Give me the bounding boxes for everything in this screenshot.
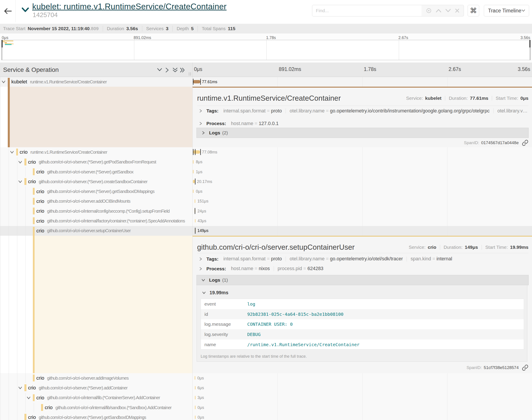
- span-id-link-button[interactable]: [522, 364, 529, 371]
- span-service-name: crio: [36, 198, 44, 204]
- span-duration-bar[interactable]: [193, 180, 195, 183]
- tags-row[interactable]: Tags:internal.span.format = protootel.li…: [198, 107, 529, 115]
- log-field-row: name/runtime.v1.RuntimeService/CreateCon…: [201, 340, 524, 350]
- span-log-marker[interactable]: [195, 149, 196, 155]
- trace-view-dropdown-label: Trace Timeline: [488, 8, 521, 14]
- span-row[interactable]: criogithub.com/cri-o/cri-o/internal/lib/…: [0, 403, 532, 412]
- minimap-canvas[interactable]: [1, 40, 531, 60]
- span-duration-bar[interactable]: [195, 386, 196, 390]
- indent-guide: [9, 206, 9, 216]
- span-row[interactable]: criogithub.com/cri-o/cri-o/server.setupC…: [0, 226, 532, 236]
- span-log-marker[interactable]: [193, 149, 194, 155]
- span-duration-bar[interactable]: [193, 80, 200, 84]
- span-children-toggle[interactable]: [18, 160, 23, 165]
- span-row[interactable]: criogithub.com/cri-o/cri-o/internal/fact…: [0, 216, 532, 226]
- span-duration-label: 77.08ms: [202, 147, 217, 157]
- span-row[interactable]: criogithub.com/cri-o/cri-o/internal/lib.…: [0, 393, 532, 403]
- span-duration-bar[interactable]: [195, 396, 196, 399]
- find-clear-icon[interactable]: [454, 8, 460, 14]
- span-log-marker[interactable]: [193, 79, 194, 85]
- span-row[interactable]: criogithub.com/cri-o/cri-o/server.(*Serv…: [0, 412, 532, 420]
- span-duration-label: 3μs: [198, 393, 204, 403]
- column-resize-grip[interactable]: [189, 72, 191, 76]
- log-entry-header[interactable]: 19.99ms: [202, 290, 228, 296]
- span-duration-bar[interactable]: [193, 170, 194, 173]
- span-row-timeline: 24μs: [192, 206, 532, 216]
- span-operation-name: github.com/cri-o/cri-o/server.addOCIBind…: [47, 199, 130, 204]
- span-log-marker[interactable]: [200, 79, 201, 85]
- span-row[interactable]: criogithub.com/cri-o/cri-o/server.(*Serv…: [0, 167, 532, 177]
- span-row[interactable]: criogithub.com/cri-o/cri-o/server.(*Serv…: [0, 177, 532, 186]
- span-children-toggle[interactable]: [1, 79, 6, 84]
- span-children-toggle[interactable]: [10, 150, 15, 155]
- span-duration-bar[interactable]: [195, 416, 196, 419]
- minimap-right-scrubber-handle[interactable]: [529, 40, 531, 47]
- span-id-link-button[interactable]: [522, 139, 529, 146]
- span-row[interactable]: criogithub.com/cri-o/cri-o/server.addIma…: [0, 373, 532, 383]
- log-entry-timestamp: 19.99ms: [209, 290, 228, 296]
- log-footnote: Log timestamps are relative to the start…: [201, 354, 307, 359]
- find-next-icon[interactable]: [445, 8, 452, 13]
- tags-row[interactable]: Tags:internal.span.format = protootel.li…: [198, 255, 529, 263]
- span-row-text: crioruntime.v1.RuntimeService/CreateCont…: [20, 147, 107, 157]
- service-color-bar: [33, 217, 35, 224]
- key-value-value: proto: [271, 256, 282, 261]
- collapse-one-icon[interactable]: [157, 67, 162, 72]
- span-duration-bar[interactable]: [193, 160, 194, 164]
- trace-header-collapse-chevron-icon[interactable]: [21, 7, 29, 13]
- span-row[interactable]: criogithub.com/cri-o/cri-o/server.(*Serv…: [0, 383, 532, 393]
- span-children-toggle[interactable]: [26, 395, 31, 400]
- span-row[interactable]: criogithub.com/cri-o/cri-o/server.(*Serv…: [0, 186, 532, 196]
- minimap-span-mark: [12, 44, 14, 45]
- span-duration-bar[interactable]: [195, 199, 195, 203]
- logs-accordion[interactable]: Logs(1): [196, 275, 529, 285]
- span-duration-bar[interactable]: [195, 405, 196, 409]
- keyboard-shortcuts-button[interactable]: ⌘: [468, 5, 479, 16]
- accordion-chevron: [198, 267, 203, 271]
- span-detail-offset-column: [0, 87, 192, 147]
- span-duration-bar[interactable]: [195, 219, 196, 223]
- span-row[interactable]: criogithub.com/cri-o/cri-o/server.addOCI…: [0, 196, 532, 206]
- meta-separator: [492, 96, 492, 101]
- summary-item-label: Services: [146, 26, 164, 31]
- span-service-name: crio: [45, 405, 52, 410]
- process-row[interactable]: Process:host.name = 127.0.0.1: [198, 120, 529, 128]
- log-field-key: log.severity: [201, 332, 247, 337]
- process-row[interactable]: Process:host.name = nixosprocess.pid = 6…: [198, 265, 529, 273]
- span-row[interactable]: criogithub.com/cri-o/cri-o/internal/conf…: [0, 206, 532, 216]
- find-prev-icon[interactable]: [435, 8, 442, 13]
- span-children-toggle[interactable]: [18, 179, 23, 184]
- tag-separator: [286, 256, 286, 261]
- span-children-toggle[interactable]: [18, 385, 23, 390]
- find-input[interactable]: [312, 8, 422, 13]
- back-button[interactable]: [0, 0, 16, 22]
- trace-view-dropdown[interactable]: Trace Timeline: [484, 5, 529, 16]
- service-color-bar: [33, 198, 35, 205]
- service-color-bar[interactable]: [33, 236, 35, 373]
- logs-accordion[interactable]: Logs(2): [196, 128, 529, 138]
- minimap-span-mark: [3, 42, 5, 43]
- summary-item-value: 115: [228, 26, 235, 31]
- summary-item: Duration3.56s: [107, 26, 138, 31]
- service-color-bar[interactable]: [8, 87, 10, 147]
- span-duration-bar[interactable]: [193, 190, 194, 193]
- indent-guide: [9, 157, 9, 167]
- locate-icon[interactable]: [425, 7, 432, 14]
- span-log-marker[interactable]: [195, 228, 196, 234]
- span-log-marker[interactable]: [200, 149, 201, 155]
- indent-guide: [17, 206, 17, 216]
- expand-all-icon[interactable]: [180, 67, 185, 73]
- span-row[interactable]: crioruntime.v1.RuntimeService/CreateCont…: [0, 147, 532, 157]
- minimap-left-scrubber-handle[interactable]: [1, 40, 3, 47]
- span-log-marker[interactable]: [195, 179, 196, 184]
- logs-count: (2): [222, 130, 228, 135]
- expand-one-icon[interactable]: [165, 67, 170, 73]
- span-duration-bar[interactable]: [193, 150, 200, 154]
- chevron-right-icon: [198, 121, 203, 126]
- span-log-marker[interactable]: [195, 208, 195, 214]
- trace-title-link[interactable]: kubelet: runtime.v1.RuntimeService/Creat…: [32, 2, 227, 11]
- span-row[interactable]: criogithub.com/cri-o/cri-o/server.(*Serv…: [0, 157, 532, 167]
- span-duration-bar[interactable]: [195, 376, 195, 380]
- span-row[interactable]: kubeletruntime.v1.RuntimeService/CreateC…: [0, 77, 532, 87]
- collapse-all-icon[interactable]: [172, 67, 178, 73]
